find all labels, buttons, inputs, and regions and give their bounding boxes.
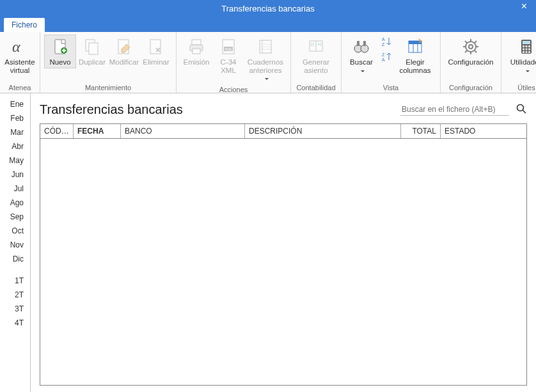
sidebar-item-feb[interactable]: Feb [0,111,30,125]
modificar-button[interactable]: Modificar [108,35,140,68]
sidebar-item-nov[interactable]: Nov [0,238,30,252]
window-title: Transferencias bancarias [221,4,314,13]
ribbon: α Asistente virtual Atenea Nuevo Duplica… [0,32,536,93]
search-icon[interactable] [516,103,527,116]
assistant-button[interactable]: α Asistente virtual [4,35,36,76]
svg-rect-46 [523,45,524,47]
sidebar-item-abr[interactable]: Abr [0,139,30,153]
grid-header: CÓDI…FECHABANCODESCRIPCIÓNTOTALESTADO [40,124,526,139]
ribbon-group-contabilidad: DH Generar asiento Contabilidad [291,32,342,93]
assistant-label-2: virtual [10,67,30,75]
sidebar-item-3t[interactable]: 3T [0,302,30,316]
eliminar-label: Eliminar [143,58,169,67]
alpha-icon: α [10,36,30,57]
main-header: Transferencias bancarias [40,102,527,117]
c34-xml-label: C-34 XML [221,58,237,74]
svg-line-41 [475,51,477,52]
utilidades-button[interactable]: Utilidades [505,35,536,76]
binoculars-icon [351,36,372,57]
sidebar-item-may[interactable]: May [0,153,30,168]
utilidades-label: Utilidades [510,58,536,67]
gear-icon [461,36,481,57]
cuadernos-button[interactable]: Cuadernos anteriores [244,35,287,84]
assistant-label-1: Asistente [4,58,35,67]
nuevo-button[interactable]: Nuevo [44,35,76,68]
sidebar-item-dic[interactable]: Dic [0,252,30,266]
grid-column-header[interactable]: TOTAL [401,124,441,138]
duplicar-button[interactable]: Duplicar [76,35,108,68]
eliminar-button[interactable]: Eliminar [140,35,172,68]
sort-desc-button[interactable]: ZA [380,50,394,64]
grid-body[interactable] [40,139,526,385]
sort-asc-button[interactable]: AZ [380,35,394,49]
buscar-button[interactable]: Buscar [345,35,377,76]
sidebar-item-sep[interactable]: Sep [0,210,30,224]
data-grid: CÓDI…FECHABANCODESCRIPCIÓNTOTALESTADO [40,123,527,386]
sidebar-item-jun[interactable]: Jun [0,168,30,182]
svg-line-40 [465,41,467,43]
ribbon-group-label-utiles: Útiles [505,84,536,93]
period-sidebar: EneFebMarAbrMayJunJulAgoSepOctNovDic1T2T… [0,93,31,392]
svg-text:H: H [318,42,321,47]
ribbon-group-acciones: Emisión XML C-34 XML Cuadernos anteriore… [177,32,291,93]
buscar-label: Buscar [347,58,375,74]
sidebar-item-2t[interactable]: 2T [0,288,30,302]
emision-label: Emisión [184,58,210,67]
ribbon-group-configuracion: Configuración Configuración [441,32,501,93]
delete-icon [146,36,166,57]
print-icon [186,36,207,57]
svg-rect-51 [528,49,530,51]
c34-xml-button[interactable]: XML C-34 XML [212,35,244,76]
tab-fichero[interactable]: Fichero [4,18,45,32]
page-title: Transferencias bancarias [40,102,183,117]
svg-point-55 [517,105,524,111]
elegir-columnas-button[interactable]: Elegir columnas [394,35,436,76]
svg-rect-9 [193,49,200,54]
elegir-columnas-label: Elegir columnas [399,58,430,74]
sort-desc-icon: ZA [381,51,393,63]
grid-column-header[interactable]: CÓDI… [40,124,74,138]
svg-rect-50 [526,49,528,51]
svg-rect-54 [528,51,530,53]
sidebar-item-jul[interactable]: Jul [0,182,30,196]
svg-rect-52 [523,51,524,53]
grid-column-header[interactable]: ESTADO [441,124,517,138]
sidebar-item-oct[interactable]: Oct [0,224,30,238]
svg-rect-45 [523,41,530,44]
svg-rect-24 [357,41,359,46]
content-body: EneFebMarAbrMayJunJulAgoSepOctNovDic1T2T… [0,93,536,392]
sidebar-item-4t[interactable]: 4T [0,316,30,330]
svg-text:Z: Z [382,42,385,47]
sidebar-item-ago[interactable]: Ago [0,196,30,210]
sort-asc-icon: AZ [381,36,393,47]
close-button[interactable]: × [517,1,531,12]
sidebar-item-mar[interactable]: Mar [0,125,30,139]
svg-text:XML: XML [225,47,233,51]
svg-rect-53 [526,51,528,53]
calculator-icon [516,36,536,57]
svg-text:Z: Z [382,52,385,57]
ribbon-group-label-contabilidad: Contabilidad [295,84,337,93]
generar-asiento-label: Generar asiento [303,58,329,74]
sidebar-item-ene[interactable]: Ene [0,97,30,111]
utilidades-caret [524,67,530,75]
emision-button[interactable]: Emisión [180,35,212,68]
sidebar-item-1t[interactable]: 1T [0,274,30,288]
ribbon-group-label-vista: Vista [345,84,436,93]
svg-rect-49 [523,49,524,51]
notebook-icon [255,36,276,57]
ribbon-group-atenea: α Asistente virtual Atenea [0,32,40,93]
grid-column-header[interactable]: DESCRIPCIÓN [245,124,401,138]
titlebar: Transferencias bancarias × [0,0,536,17]
ribbon-tabstrip: Fichero [0,17,536,32]
grid-column-header[interactable]: FECHA [74,124,121,138]
duplicate-icon [82,36,102,57]
search-wrap [400,103,527,116]
ribbon-group-mantenimiento: Nuevo Duplicar Modificar Eliminar [40,32,177,93]
svg-text:α: α [12,38,20,55]
configuracion-button[interactable]: Configuración [445,35,497,68]
search-input[interactable] [400,104,509,116]
generar-asiento-button[interactable]: DH Generar asiento [295,35,337,76]
svg-text:D: D [311,42,314,47]
grid-column-header[interactable]: BANCO [121,124,245,138]
